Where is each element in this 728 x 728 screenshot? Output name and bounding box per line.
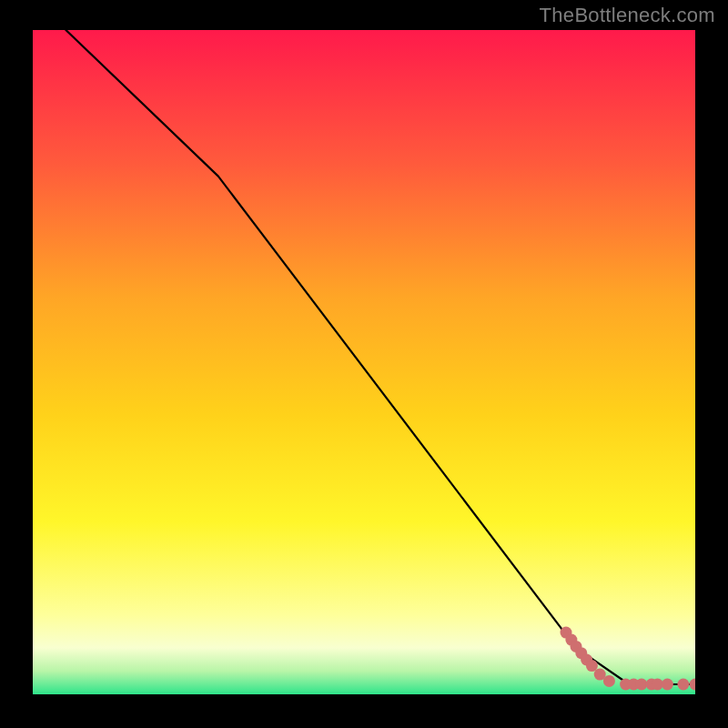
marker-series (561, 627, 696, 691)
data-marker (603, 675, 615, 687)
chart-frame: TheBottleneck.com (0, 0, 728, 728)
watermark-text: TheBottleneck.com (540, 4, 715, 27)
data-marker (662, 679, 673, 691)
chart-svg (33, 30, 695, 694)
data-marker (586, 660, 598, 672)
plot-area (33, 30, 695, 694)
bottleneck-curve (66, 30, 695, 684)
data-marker (677, 679, 689, 691)
curve-line (66, 30, 695, 684)
data-marker (690, 679, 696, 691)
